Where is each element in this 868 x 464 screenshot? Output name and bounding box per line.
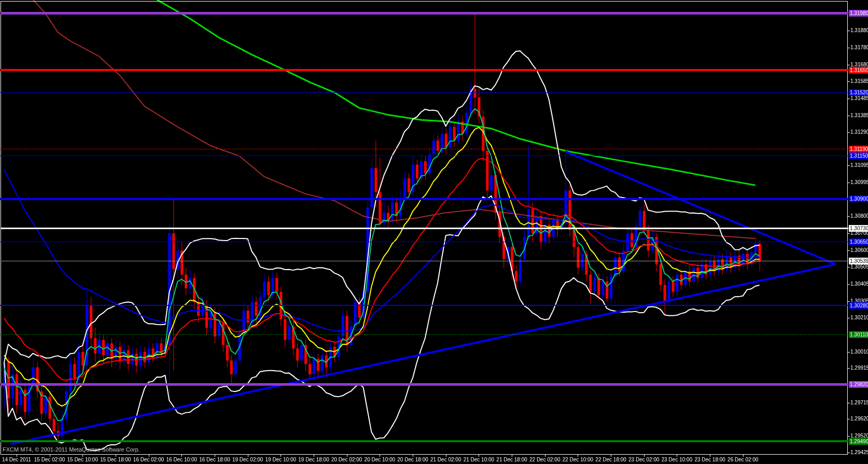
price-tick-label: 1.30505: [850, 264, 868, 270]
price-tick-mark: [848, 453, 850, 453]
price-tick-label: 1.31385: [850, 113, 868, 118]
time-label: 14 Dec 2011: [2, 457, 31, 462]
price-tick-label: 1.31585: [850, 78, 868, 84]
price-tick-mark: [848, 48, 850, 48]
price-tag-1.30730: 1.30730: [849, 225, 868, 232]
time-label: 23 Dec 02:00: [628, 457, 660, 462]
price-tick-label: 1.31880: [850, 27, 868, 33]
hline-1.31150[interactable]: [1, 156, 848, 156]
price-tag-1.30650: 1.30650: [849, 238, 868, 245]
price-tick-label: 1.30800: [850, 213, 868, 219]
hline-1.31190[interactable]: [1, 149, 848, 149]
price-tick-label: 1.30600: [850, 247, 868, 253]
price-tag-1.30110: 1.30110: [849, 331, 868, 338]
time-label: 22 Dec 02:00: [529, 457, 561, 462]
hline-1.29490[interactable]: [1, 440, 848, 442]
price-tick-mark: [848, 419, 850, 419]
time-label: 19 Dec 10:00: [265, 457, 297, 462]
time-label: 23 Dec 18:00: [694, 457, 725, 462]
time-label: 15 Dec 10:00: [67, 457, 98, 462]
price-tick-label: 1.30995: [850, 179, 868, 185]
price-tick-label: 1.29915: [850, 365, 868, 371]
price-tick-mark: [848, 81, 850, 82]
hline-1.31520[interactable]: [1, 92, 848, 93]
time-axis[interactable]: 14 Dec 201115 Dec 02:0015 Dec 10:0015 De…: [0, 455, 868, 464]
price-tick-mark: [848, 216, 850, 217]
time-label: 21 Dec 18:00: [496, 457, 527, 462]
price-tick-label: 1.29715: [850, 400, 868, 405]
hline-1.30110[interactable]: [1, 334, 848, 335]
time-label: 15 Dec 02:00: [34, 457, 65, 462]
time-label: 21 Dec 02:00: [430, 457, 461, 462]
price-tick-mark: [848, 352, 850, 353]
time-label: 20 Dec 10:00: [365, 457, 396, 462]
price-tick-mark: [848, 99, 850, 99]
copyright-text: FXCM MT4, © 2001-2011 MetaQuotes Softwar…: [3, 446, 140, 453]
price-tick-label: 1.29425: [850, 449, 868, 455]
hline-1.30539[interactable]: [1, 261, 848, 261]
price-tick-mark: [848, 165, 850, 166]
time-label: 22 Dec 18:00: [595, 457, 626, 462]
time-label: 20 Dec 18:00: [397, 457, 428, 462]
price-tick-mark: [848, 436, 850, 437]
price-tick-label: 1.31290: [850, 129, 868, 135]
time-label: 19 Dec 18:00: [298, 457, 329, 462]
time-label: 23 Dec 10:00: [662, 457, 693, 462]
price-tick-mark: [848, 267, 850, 268]
time-label: 26 Dec 02:00: [727, 457, 759, 462]
time-label: 16 Dec 18:00: [199, 457, 230, 462]
price-tag-1.30539: 1.30539: [849, 258, 868, 264]
price-tag-1.31190: 1.31190: [849, 146, 868, 152]
price-tick-mark: [848, 116, 850, 116]
price-tag-1.29820: 1.29820: [849, 381, 868, 388]
price-tick-mark: [848, 31, 850, 31]
time-label: 19 Dec 02:00: [232, 457, 263, 462]
price-tag-1.31980: 1.31980: [849, 10, 868, 17]
hline-1.30650[interactable]: [1, 242, 848, 242]
hline-1.30730[interactable]: [1, 228, 848, 229]
price-tag-1.31650: 1.31650: [849, 67, 868, 74]
price-tick-mark: [848, 65, 850, 65]
hline-1.31650[interactable]: [1, 69, 848, 71]
hline-1.30900[interactable]: [1, 198, 848, 200]
price-tick-label: 1.31095: [850, 162, 868, 168]
hline-1.30280[interactable]: [1, 305, 848, 306]
time-label: 16 Dec 10:00: [166, 457, 198, 462]
price-tag-1.30280: 1.30280: [849, 302, 868, 309]
price-tick-mark: [848, 318, 850, 318]
price-axis[interactable]: 1.319801.316501.315201.311901.311501.309…: [849, 0, 868, 455]
time-label: 20 Dec 02:00: [331, 457, 362, 462]
mt4-chart-window: 1.319801.316501.315201.311901.311501.309…: [0, 0, 868, 464]
price-tag-1.29490: 1.29490: [849, 438, 868, 445]
hline-1.29820[interactable]: [1, 383, 848, 386]
price-tag-1.31520: 1.31520: [849, 89, 868, 96]
hline-1.31980[interactable]: [1, 12, 848, 15]
price-tick-mark: [848, 132, 850, 133]
time-label: 15 Dec 18:00: [100, 457, 131, 462]
price-tick-mark: [848, 250, 850, 251]
price-tick-label: 1.30210: [850, 315, 868, 320]
price-tick-mark: [848, 182, 850, 183]
price-tick-label: 1.31485: [850, 95, 868, 101]
price-tick-mark: [848, 233, 850, 234]
price-tick-label: 1.31780: [850, 45, 868, 50]
price-tick-mark: [848, 403, 850, 403]
price-tick-mark: [848, 368, 850, 369]
time-label: 21 Dec 10:00: [464, 457, 495, 462]
price-tick-mark: [848, 284, 850, 285]
price-tick-label: 1.29620: [850, 416, 868, 421]
price-tick-label: 1.30010: [850, 349, 868, 355]
price-tag-1.31150: 1.31150: [849, 152, 868, 159]
time-label: 16 Dec 02:00: [133, 457, 164, 462]
price-tag-1.30900: 1.30900: [849, 195, 868, 202]
time-label: 22 Dec 10:00: [563, 457, 594, 462]
price-tick-label: 1.30405: [850, 281, 868, 287]
